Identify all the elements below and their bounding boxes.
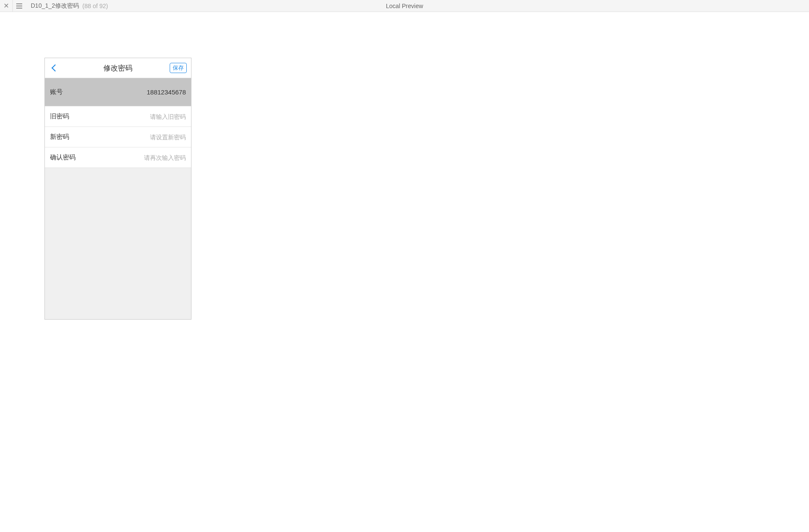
account-row: 账号 18812345678 bbox=[45, 78, 191, 106]
document-counter: (88 of 92) bbox=[82, 3, 108, 9]
chevron-left-icon bbox=[52, 65, 59, 72]
hamburger-icon bbox=[16, 3, 22, 9]
top-toolbar: ✕ D10_1_2修改密码 (88 of 92) Local Preview bbox=[0, 0, 809, 12]
preview-mode-label: Local Preview bbox=[386, 3, 423, 9]
mobile-header: 修改密码 保存 bbox=[45, 58, 191, 78]
confirm-password-input[interactable] bbox=[84, 154, 186, 161]
menu-button[interactable] bbox=[13, 0, 26, 12]
close-icon: ✕ bbox=[3, 2, 9, 10]
new-password-row: 新密码 bbox=[45, 127, 191, 147]
document-title: D10_1_2修改密码 bbox=[31, 2, 79, 10]
confirm-password-label: 确认密码 bbox=[50, 153, 76, 162]
old-password-label: 旧密码 bbox=[50, 112, 69, 121]
account-value: 18812345678 bbox=[147, 88, 186, 96]
account-label: 账号 bbox=[50, 88, 63, 96]
new-password-label: 新密码 bbox=[50, 133, 69, 141]
new-password-input[interactable] bbox=[78, 134, 186, 141]
content-area: 修改密码 保存 账号 18812345678 旧密码 新密码 确认密码 bbox=[0, 12, 809, 532]
mobile-preview-frame: 修改密码 保存 账号 18812345678 旧密码 新密码 确认密码 bbox=[44, 58, 191, 320]
save-button[interactable]: 保存 bbox=[170, 63, 187, 73]
back-button[interactable] bbox=[49, 63, 59, 73]
confirm-password-row: 确认密码 bbox=[45, 147, 191, 168]
old-password-row: 旧密码 bbox=[45, 106, 191, 127]
close-button[interactable]: ✕ bbox=[0, 0, 13, 12]
old-password-input[interactable] bbox=[78, 113, 186, 120]
page-title: 修改密码 bbox=[103, 63, 132, 73]
